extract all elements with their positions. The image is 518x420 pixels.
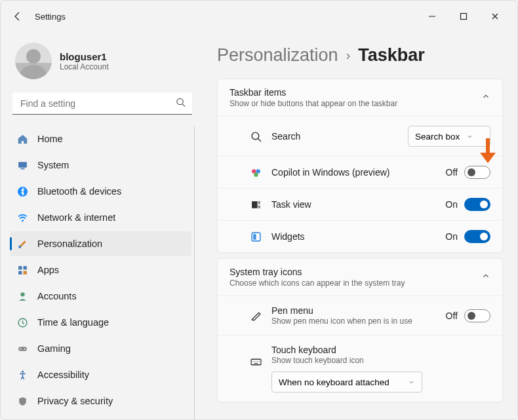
wifi-icon bbox=[16, 212, 28, 223]
toggle-state-label: Off bbox=[446, 311, 458, 321]
svg-rect-26 bbox=[258, 205, 260, 208]
svg-rect-11 bbox=[18, 271, 22, 274]
svg-rect-24 bbox=[252, 201, 258, 208]
svg-rect-25 bbox=[258, 201, 260, 204]
accessibility-icon bbox=[16, 369, 28, 381]
svg-point-2 bbox=[177, 98, 183, 104]
sidebar-item-label: Gaming bbox=[37, 343, 71, 354]
pen-icon bbox=[249, 310, 262, 321]
svg-rect-10 bbox=[23, 266, 26, 269]
group-header-system-tray[interactable]: System tray icons Choose which icons can… bbox=[218, 259, 502, 296]
clock-icon bbox=[16, 316, 28, 328]
svg-point-18 bbox=[21, 370, 23, 372]
sidebar-item-label: Accounts bbox=[37, 291, 77, 301]
window-title: Settings bbox=[35, 12, 66, 22]
username: bloguser1 bbox=[60, 51, 109, 62]
svg-rect-1 bbox=[461, 14, 467, 20]
bluetooth-icon bbox=[16, 185, 28, 197]
sidebar-item-bluetooth[interactable]: Bluetooth & devices bbox=[10, 179, 191, 204]
select-value: When no keyboard attached bbox=[279, 377, 389, 387]
svg-rect-9 bbox=[18, 266, 22, 269]
breadcrumb-parent[interactable]: Personalization bbox=[217, 45, 338, 66]
sidebar-item-network[interactable]: Network & internet bbox=[10, 205, 191, 230]
search-input[interactable] bbox=[12, 92, 192, 115]
shield-icon bbox=[16, 395, 28, 407]
keyboard-icon bbox=[249, 356, 262, 368]
group-header-taskbar-items[interactable]: Taskbar items Show or hide buttons that … bbox=[218, 79, 502, 116]
sidebar-item-system[interactable]: System bbox=[10, 153, 191, 178]
sidebar-item-personalization[interactable]: Personalization bbox=[10, 231, 191, 256]
sidebar-item-label: Accessibility bbox=[37, 370, 89, 380]
svg-rect-5 bbox=[20, 168, 24, 169]
toggle-state-label: On bbox=[445, 231, 458, 242]
pen-menu-toggle[interactable] bbox=[464, 309, 490, 322]
svg-rect-15 bbox=[18, 347, 27, 351]
group-sub: Choose which icons can appear in the sys… bbox=[229, 278, 405, 288]
row-label: Touch keyboard bbox=[271, 345, 490, 355]
sidebar-item-label: Personalization bbox=[37, 239, 102, 249]
sidebar-item-apps[interactable]: Apps bbox=[10, 258, 191, 282]
copilot-icon bbox=[249, 167, 262, 178]
row-task-view: Task view On bbox=[218, 188, 502, 220]
maximize-button[interactable] bbox=[454, 7, 473, 26]
chevron-right-icon: › bbox=[346, 48, 351, 63]
row-pen-menu: Pen menu Show pen menu icon when pen is … bbox=[218, 296, 502, 335]
row-label: Search bbox=[271, 131, 300, 142]
sidebar-item-label: Time & language bbox=[37, 317, 109, 328]
row-search: Search Search box bbox=[218, 116, 502, 156]
svg-rect-29 bbox=[251, 359, 261, 365]
sidebar-item-privacy[interactable]: Privacy & security bbox=[10, 389, 191, 413]
minimize-button[interactable] bbox=[423, 7, 441, 26]
chevron-up-icon bbox=[481, 271, 490, 283]
select-value: Search box bbox=[415, 132, 460, 142]
accounts-icon bbox=[16, 290, 28, 302]
apps-icon bbox=[16, 264, 28, 276]
copilot-toggle[interactable] bbox=[464, 166, 490, 179]
search-box[interactable] bbox=[12, 92, 192, 115]
svg-point-23 bbox=[254, 172, 258, 176]
sidebar: bloguser1 Local Account Home System Blue… bbox=[1, 32, 204, 419]
sidebar-item-time[interactable]: Time & language bbox=[10, 310, 191, 335]
task-view-toggle[interactable] bbox=[464, 198, 490, 211]
breadcrumb-current: Taskbar bbox=[358, 45, 425, 66]
group-title: System tray icons bbox=[229, 267, 405, 277]
svg-rect-4 bbox=[18, 162, 27, 168]
sidebar-item-accounts[interactable]: Accounts bbox=[10, 284, 191, 309]
sidebar-item-home[interactable]: Home bbox=[10, 126, 191, 151]
close-button[interactable] bbox=[486, 7, 504, 26]
row-label: Pen menu bbox=[271, 305, 412, 316]
chevron-down-icon bbox=[466, 133, 473, 140]
svg-point-7 bbox=[21, 220, 23, 221]
search-icon bbox=[176, 98, 186, 110]
sidebar-item-label: System bbox=[37, 160, 69, 170]
brush-icon bbox=[16, 238, 28, 250]
back-button[interactable] bbox=[6, 5, 30, 28]
row-widgets: Widgets On bbox=[218, 220, 502, 252]
row-label: Copilot in Windows (preview) bbox=[271, 167, 390, 178]
titlebar: Settings bbox=[1, 1, 517, 32]
content-area: Personalization › Taskbar Taskbar items … bbox=[204, 32, 517, 419]
gamepad-icon bbox=[16, 343, 28, 354]
task-view-icon bbox=[249, 199, 262, 210]
sidebar-item-label: Privacy & security bbox=[37, 396, 113, 406]
account-type: Local Account bbox=[60, 62, 109, 71]
avatar bbox=[15, 43, 52, 79]
svg-rect-28 bbox=[253, 234, 256, 240]
home-icon bbox=[16, 133, 28, 145]
profile-block[interactable]: bloguser1 Local Account bbox=[10, 32, 195, 92]
svg-point-8 bbox=[18, 245, 21, 248]
toggle-state-label: On bbox=[445, 199, 458, 210]
svg-point-17 bbox=[24, 348, 25, 349]
group-system-tray: System tray icons Choose which icons can… bbox=[217, 258, 503, 402]
search-mode-select[interactable]: Search box bbox=[408, 126, 490, 147]
row-touch-keyboard: Touch keyboard Show touch keyboard icon … bbox=[218, 335, 502, 402]
svg-point-21 bbox=[252, 169, 256, 173]
sidebar-item-gaming[interactable]: Gaming bbox=[10, 336, 191, 361]
group-title: Taskbar items bbox=[229, 87, 397, 98]
sidebar-item-accessibility[interactable]: Accessibility bbox=[10, 362, 191, 387]
widgets-toggle[interactable] bbox=[464, 230, 490, 243]
nav-list: Home System Bluetooth & devices Network … bbox=[10, 126, 195, 419]
row-label: Widgets bbox=[271, 231, 305, 242]
touch-keyboard-select[interactable]: When no keyboard attached bbox=[271, 372, 422, 392]
system-icon bbox=[16, 159, 28, 171]
